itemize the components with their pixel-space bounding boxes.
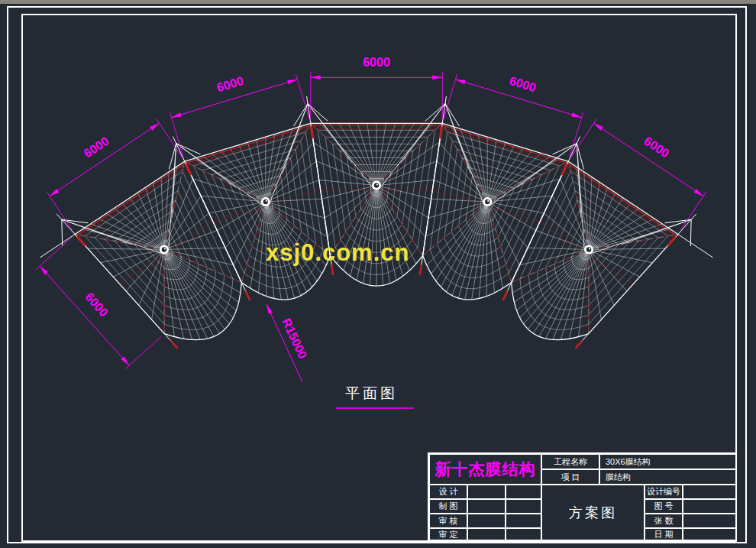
mesh-spoke (569, 249, 589, 339)
stay-cable (308, 104, 374, 190)
item-value: 膜结构 (599, 469, 737, 485)
mesh-spoke (589, 219, 654, 249)
dimension-text: 6000 (641, 135, 671, 161)
design-no-value-cell (683, 485, 737, 499)
mast-marker-red (186, 164, 191, 175)
cone-apex-pin (589, 248, 590, 249)
checker-extra-cell (506, 514, 541, 528)
mast-marker-red (77, 237, 86, 246)
dimension-arrowhead (267, 304, 273, 314)
drawing-no-label: 图 号 (645, 499, 683, 514)
dimension-arrowhead (456, 79, 466, 84)
design-no-label: 设计编号 (645, 485, 683, 499)
mesh-spoke (487, 159, 559, 202)
title-block: 新十杰膜结构 工程名称 30X6膜结构 项 目 膜结构 方案图 设 计 制 图 … (428, 452, 737, 542)
date-value-cell (683, 528, 737, 540)
mast-marker-red (667, 237, 676, 246)
stay-cable (445, 104, 483, 205)
date-label: 日 期 (645, 528, 683, 540)
plan-view-caption: 平面图 (345, 384, 398, 404)
mesh-spoke (427, 202, 487, 265)
item-label: 项 目 (541, 469, 599, 485)
mast-pole (57, 214, 75, 235)
cone-apex-hole (162, 247, 166, 251)
mesh-spoke (376, 186, 389, 284)
checker-label: 审 核 (429, 514, 467, 528)
mesh-spoke (376, 123, 414, 185)
mesh-spoke (164, 249, 214, 336)
mesh-spoke (517, 249, 590, 310)
designer-label: 设 计 (429, 485, 467, 499)
mesh-spoke (536, 231, 589, 250)
cone-apex-pin (487, 200, 489, 202)
mesh-spoke (589, 249, 640, 277)
dimension-arrowhead (150, 123, 159, 131)
mesh-spoke (325, 186, 376, 218)
dimension-arrowhead (593, 123, 603, 131)
edge-cable-dark (441, 128, 567, 167)
mast-pole (442, 96, 446, 124)
mesh-spoke (539, 249, 589, 336)
stay-cable (577, 144, 584, 251)
edge-cable-red (76, 163, 186, 235)
mesh-spoke (514, 249, 589, 302)
mesh-spoke (545, 249, 589, 339)
mesh-spoke (164, 249, 239, 302)
cone-apex-hole (374, 183, 379, 187)
mesh-spoke (126, 249, 164, 290)
mesh-spoke (130, 198, 164, 250)
mesh-spoke (447, 202, 488, 292)
approver-value-cell (467, 528, 506, 540)
mesh-spoke (363, 186, 376, 284)
dimension-text: 6000 (82, 290, 111, 319)
mesh-spoke (194, 159, 266, 202)
mesh-spoke (589, 198, 623, 250)
edge-cable-dark (566, 166, 676, 238)
dimension-line (50, 123, 160, 196)
project-name-value: 30X6膜结构 (599, 454, 737, 469)
dimension-extension-line (47, 192, 73, 231)
mesh-spoke (487, 153, 541, 201)
mast-pole (307, 96, 311, 124)
mesh-spoke (321, 186, 376, 199)
sheet-count-value-cell (683, 514, 737, 528)
dimension-arrowhead (287, 79, 297, 84)
designer-extra-cell (506, 485, 541, 499)
approver-extra-cell (506, 528, 541, 540)
dimension-extension-line (680, 192, 706, 231)
mesh-spoke (139, 249, 164, 305)
mesh-spoke (137, 193, 164, 249)
corner-tie-red (170, 341, 177, 349)
stay-cable (169, 144, 176, 251)
dimension-text: 6000 (363, 56, 390, 69)
mesh-spoke (202, 156, 265, 202)
mesh-spoke (487, 156, 550, 202)
drafter-extra-cell (506, 499, 541, 514)
mesh-spoke (266, 180, 319, 202)
mesh-spoke (212, 153, 266, 201)
dimension-arrowhead (571, 112, 581, 117)
edge-cable-dark (186, 128, 312, 167)
mesh-spoke (266, 135, 275, 202)
mast-marker-red (562, 164, 567, 175)
dimension-arrowhead (50, 189, 59, 196)
mast-leg (690, 219, 691, 246)
ridge-cable-dashed (185, 161, 266, 202)
mesh-spoke (367, 123, 376, 185)
dimension-extension-line (170, 112, 183, 157)
mesh-spoke (319, 180, 376, 186)
anchor-cable (40, 235, 75, 258)
mesh-spoke (589, 248, 665, 249)
mesh-spoke (320, 123, 376, 185)
mesh-spoke (266, 199, 322, 202)
plan-caption-underline (336, 407, 414, 409)
cone-apex-pin (376, 183, 378, 185)
corner-tie-red (503, 290, 508, 300)
stay-cable (379, 104, 445, 190)
mesh-spoke (376, 186, 428, 218)
corner-tie-red (245, 290, 250, 300)
mesh-spoke (589, 249, 627, 290)
mesh-spoke (452, 202, 487, 296)
cone-apex-hole (485, 199, 489, 204)
dimension-text: R15000 (279, 316, 309, 361)
